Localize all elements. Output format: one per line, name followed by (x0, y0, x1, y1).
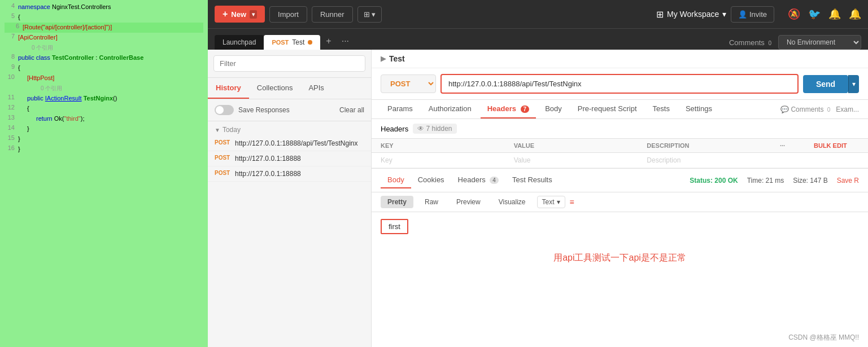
visualize-btn[interactable]: Visualize (492, 196, 533, 208)
headers-section: Headers 👁 7 hidden (372, 119, 868, 139)
headers-resp-tab[interactable]: Headers 4 (451, 172, 505, 188)
notifications-icon[interactable]: 🔕 (788, 8, 800, 20)
key-col-header: KEY (381, 142, 514, 149)
sidebar-tab-collections[interactable]: Collections (249, 78, 301, 99)
send-group: Send ▾ (803, 75, 859, 93)
send-dropdown-button[interactable]: ▾ (848, 75, 859, 93)
add-tab-button[interactable]: + (320, 33, 337, 50)
invite-button[interactable]: 👤 Invite (731, 6, 774, 23)
save-response-button[interactable]: Save R (837, 177, 859, 185)
navbar: + New ▾ Import Runner ⊞ ▾ ⊞ My Workspace… (208, 0, 868, 28)
params-tab[interactable]: Params (381, 100, 420, 118)
annotation: 用api工具测试一下api是不是正常 (372, 241, 868, 275)
workspace-label: My Workspace (667, 10, 719, 19)
tests-tab[interactable]: Tests (646, 100, 677, 118)
more-col-header: ··· (780, 142, 814, 149)
history-item-2[interactable]: POST http://127.0.0.1:18888 (208, 166, 371, 182)
history-url: http://127.0.0.1:18888 (235, 155, 301, 162)
dropdown-icon: ▾ (557, 198, 560, 206)
response-bar: Body Cookies Headers 4 Test Results Stat… (372, 168, 868, 192)
body-resp-tab[interactable]: Body (381, 172, 411, 188)
sidebar: History Collections APIs Save Responses … (208, 50, 372, 347)
history-url: http://127.0.0.1:18888 (235, 170, 301, 178)
save-responses-label: Save Responses (238, 106, 290, 114)
raw-btn[interactable]: Raw (418, 196, 445, 208)
save-responses-toggle[interactable] (215, 105, 234, 115)
postman-panel: + New ▾ Import Runner ⊞ ▾ ⊞ My Workspace… (208, 0, 868, 347)
active-tab-label: Test (292, 38, 304, 46)
watermark: CSDN @格格巫 MMQ!! (788, 333, 859, 342)
authorization-tab[interactable]: Authorization (422, 100, 478, 118)
tabs-bar: Launchpad POST Test + ··· Comments 0 No … (208, 28, 868, 50)
url-input[interactable] (440, 74, 799, 94)
profile-icon[interactable]: 🐦 (808, 8, 821, 20)
key-input-cell[interactable]: Key (381, 156, 514, 164)
cookies-resp-tab[interactable]: Cookies (411, 172, 451, 188)
format-type-select[interactable]: Text ▾ (537, 196, 565, 208)
response-value: first (381, 219, 408, 234)
history-item-0[interactable]: POST http://127.0.0.1:18888/api/Test/Tes… (208, 136, 371, 151)
value-input-cell[interactable]: Value (514, 156, 647, 164)
response-status: Status: 200 OK Time: 21 ms Size: 147 B S… (690, 177, 859, 185)
value-col-header: VALUE (514, 142, 647, 149)
more-tabs-button[interactable]: ··· (337, 33, 354, 50)
sidebar-tabs: History Collections APIs (208, 78, 371, 99)
sidebar-tab-history[interactable]: History (208, 78, 249, 99)
kv-header: KEY VALUE DESCRIPTION ··· Bulk Edit (372, 139, 868, 153)
wrap-icon[interactable]: ≡ (570, 197, 574, 207)
request-bar: POST GET PUT DELETE Send ▾ (372, 68, 868, 100)
save-responses-row: Save Responses Clear all (208, 99, 371, 121)
headers-tab[interactable]: Headers 7 (481, 100, 536, 118)
today-label: ▼ Today (208, 121, 371, 136)
collapse-arrow-icon[interactable]: ▶ (381, 55, 386, 63)
status-ok: Status: 200 OK (690, 177, 738, 185)
pretty-btn[interactable]: Pretty (381, 196, 413, 208)
method-select[interactable]: POST GET PUT DELETE (381, 74, 436, 93)
time-info: Time: 21 ms (747, 177, 784, 185)
method-badge: POST (215, 170, 230, 176)
body-tab[interactable]: Body (538, 100, 569, 118)
request-title: ▶ Test (372, 50, 868, 68)
hidden-badge: 👁 7 hidden (413, 124, 456, 134)
send-button[interactable]: Send (803, 75, 848, 93)
tab-dot (308, 40, 312, 45)
settings-tab[interactable]: Settings (679, 100, 719, 118)
sidebar-tab-apis[interactable]: APIs (300, 78, 332, 99)
bulk-edit-label[interactable]: Bulk Edit (814, 142, 859, 149)
tabs-right: Comments 0 No Environment (729, 35, 861, 50)
method-badge: POST (215, 139, 230, 146)
env-select[interactable]: No Environment (778, 35, 861, 50)
kv-row: Key Value Description (372, 153, 868, 168)
main-content: History Collections APIs Save Responses … (208, 50, 868, 347)
request-panel: ▶ Test POST GET PUT DELETE Send ▾ Params (372, 50, 868, 347)
format-bar: Pretty Raw Preview Visualize Text ▾ ≡ (372, 192, 868, 212)
method-badge: POST (215, 155, 230, 161)
import-button[interactable]: Import (269, 6, 307, 23)
runner-button[interactable]: Runner (312, 6, 353, 23)
comments-section: 💬 Comments 0 (780, 106, 830, 113)
heart-icon[interactable]: 🔔 (828, 8, 841, 20)
launchpad-tab[interactable]: Launchpad (215, 35, 264, 50)
active-tab[interactable]: POST Test (264, 35, 320, 50)
fork-button[interactable]: ⊞ ▾ (357, 6, 382, 23)
comments-label: Comments 0 (729, 38, 771, 47)
desc-input-cell[interactable]: Description (647, 156, 780, 164)
clear-all-button[interactable]: Clear all (339, 106, 364, 114)
history-url: http://127.0.0.1:18888/api/Test/TestNgin… (235, 139, 357, 147)
filter-input[interactable] (213, 55, 365, 72)
new-button[interactable]: + New ▾ (215, 6, 265, 23)
bell-icon[interactable]: 🔔 (849, 8, 861, 20)
response-body: first (372, 212, 868, 241)
test-results-tab[interactable]: Test Results (505, 172, 559, 188)
new-label: New (231, 10, 246, 19)
request-tabs: Params Authorization Headers 7 Body Pre-… (372, 100, 868, 119)
desc-col-header: DESCRIPTION (647, 142, 780, 149)
history-item-1[interactable]: POST http://127.0.0.1:18888 (208, 151, 371, 166)
sidebar-search (208, 50, 371, 78)
workspace-grid-icon: ⊞ (656, 9, 664, 20)
nav-icons: 🔕 🐦 🔔 🔔 (788, 8, 861, 20)
preview-btn[interactable]: Preview (450, 196, 487, 208)
pre-request-tab[interactable]: Pre-request Script (571, 100, 644, 118)
workspace-button[interactable]: ⊞ My Workspace ▾ (656, 9, 726, 20)
size-info: Size: 147 B (793, 177, 827, 185)
